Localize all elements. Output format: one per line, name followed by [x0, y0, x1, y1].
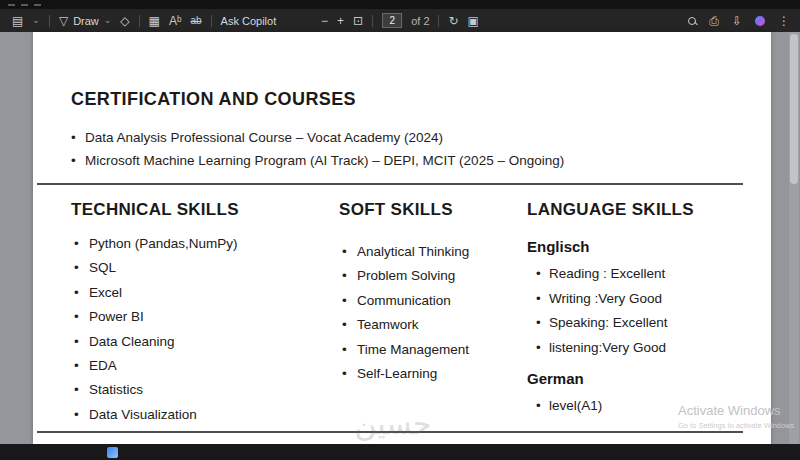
skill-item: Statistics: [71, 378, 321, 402]
pdf-page: CERTIFICATION AND COURSES Data Analysis …: [33, 32, 771, 444]
toolbar-divider: [49, 15, 50, 27]
skill-item: Power BI: [71, 305, 321, 329]
more-options-icon[interactable]: ⋮: [778, 15, 790, 27]
zoom-out-button[interactable]: −: [321, 15, 328, 27]
activate-windows-line2: Go to Settings to activate Windows: [678, 421, 794, 430]
language-level-list: Reading : ExcellentWriting :Very GoodSpe…: [527, 262, 762, 360]
titlebar-decor: [21, 4, 28, 6]
taskbar-app-icon[interactable]: [107, 447, 118, 458]
chevron-down-icon[interactable]: ⌄: [32, 16, 40, 25]
certification-section: CERTIFICATION AND COURSES Data Analysis …: [71, 88, 751, 172]
toolbar-divider: [211, 15, 212, 27]
skill-item: Excel: [71, 281, 321, 305]
skill-item: Time Management: [339, 338, 529, 362]
ask-copilot-button[interactable]: Ask Copilot: [221, 15, 277, 27]
text-highlight-icon[interactable]: ▦: [149, 15, 160, 27]
skill-item: Analytical Thinking: [339, 240, 529, 264]
language-skills-section: LANGUAGE SKILLS Englisch Reading : Excel…: [527, 200, 762, 419]
soft-skills-section: SOFT SKILLS Analytical ThinkingProblem S…: [339, 200, 529, 386]
page-count-label: of 2: [411, 15, 429, 27]
eraser-icon[interactable]: ◇: [120, 15, 129, 27]
skill-item: Teamwork: [339, 313, 529, 337]
skill-item: EDA: [71, 354, 321, 378]
text-tool-icon[interactable]: ab: [190, 16, 201, 26]
technical-skills-title: TECHNICAL SKILLS: [71, 200, 321, 220]
language-skills-title: LANGUAGE SKILLS: [527, 200, 762, 220]
skill-item: SQL: [71, 256, 321, 280]
toolbar-divider: [439, 15, 440, 27]
certification-list: Data Analysis Professional Course – Voca…: [71, 126, 751, 172]
rotate-icon[interactable]: ↻: [449, 15, 459, 27]
language-group-name: German: [527, 370, 762, 388]
page-number-input[interactable]: [382, 13, 402, 28]
print-icon[interactable]: ⎙: [709, 15, 719, 27]
technical-skills-list: Python (Pandas,NumPy)SQLExcelPower BIDat…: [71, 232, 321, 427]
taskbar: [0, 444, 800, 460]
skill-item: Data Visualization: [71, 403, 321, 427]
draw-icon: ▽: [59, 15, 68, 27]
language-level-item: Reading : Excellent: [527, 262, 762, 287]
certification-title: CERTIFICATION AND COURSES: [71, 88, 751, 110]
side-panel-icon[interactable]: ▤: [12, 15, 23, 27]
search-icon[interactable]: [688, 17, 696, 25]
activate-windows-line1: Activate Windows: [678, 404, 794, 418]
titlebar-decor: [34, 4, 41, 6]
save-icon[interactable]: ⇩: [732, 15, 742, 27]
chevron-down-icon: ⌄: [104, 16, 112, 25]
language-level-item: Writing :Very Good: [527, 287, 762, 312]
certification-item: Data Analysis Professional Course – Voca…: [71, 126, 751, 149]
section-divider-line: [37, 183, 743, 185]
technical-skills-section: TECHNICAL SKILLS Python (Pandas,NumPy)SQ…: [71, 200, 321, 427]
scrollbar-thumb[interactable]: [790, 34, 798, 184]
language-level-item: Speaking: Excellent: [527, 311, 762, 336]
skill-item: Python (Pandas,NumPy): [71, 232, 321, 256]
language-level-item: listening:Very Good: [527, 336, 762, 361]
fit-to-width-icon[interactable]: ⊡: [353, 15, 363, 27]
copilot-icon[interactable]: [755, 16, 765, 26]
scrollbar[interactable]: [789, 32, 799, 444]
draw-tool-button[interactable]: ▽ Draw ⌄: [59, 15, 111, 27]
pdf-toolbar: ▤ ⌄ ▽ Draw ⌄ ◇ ▦ Aᵇ ab Ask Copilot − + ⊡…: [0, 9, 800, 32]
draw-label: Draw: [73, 15, 99, 27]
skill-item: Problem Solving: [339, 264, 529, 288]
site-watermark: حسين: [328, 406, 458, 441]
certification-item: Microsoft Machine Learning Program (AI T…: [71, 149, 751, 172]
soft-skills-list: Analytical ThinkingProblem SolvingCommun…: [339, 240, 529, 386]
page-view-icon[interactable]: ▣: [468, 15, 479, 27]
pdf-viewer-background: CERTIFICATION AND COURSES Data Analysis …: [0, 32, 800, 444]
zoom-in-button[interactable]: +: [337, 15, 344, 27]
skill-item: Communication: [339, 289, 529, 313]
window-titlebar: [0, 0, 800, 9]
soft-skills-title: SOFT SKILLS: [339, 200, 529, 220]
activate-windows-watermark: Activate Windows Go to Settings to activ…: [678, 404, 794, 430]
language-group-name: Englisch: [527, 238, 762, 256]
skill-item: Self-Learning: [339, 362, 529, 386]
toolbar-divider: [372, 15, 373, 27]
toolbar-divider: [139, 15, 140, 27]
read-aloud-icon[interactable]: Aᵇ: [169, 15, 182, 27]
skill-item: Data Cleaning: [71, 330, 321, 354]
titlebar-decor: [8, 4, 15, 6]
